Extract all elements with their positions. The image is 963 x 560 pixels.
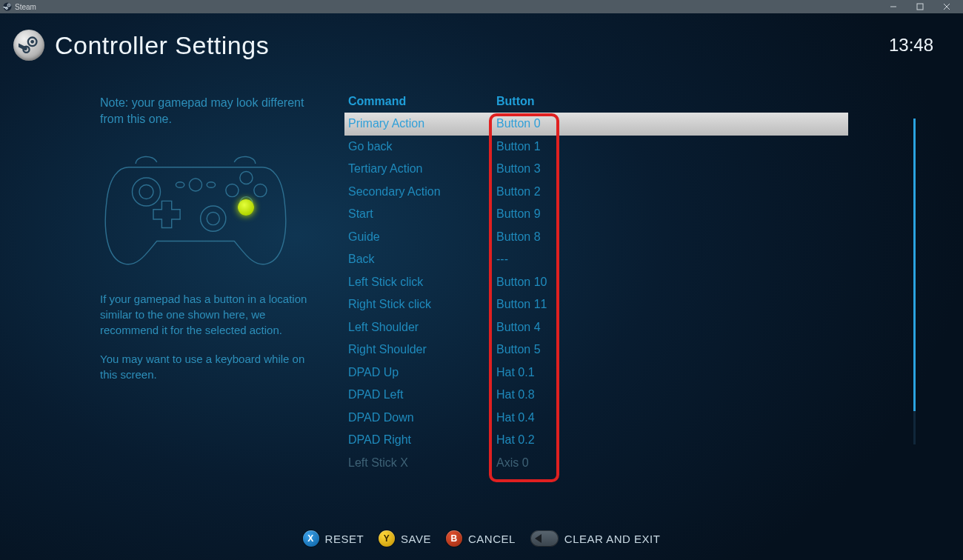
binding-button: ---	[496, 253, 848, 266]
binding-row[interactable]: Tertiary ActionButton 3	[344, 158, 848, 181]
save-label: SAVE	[401, 533, 431, 545]
close-button[interactable]	[933, 0, 960, 13]
binding-row[interactable]: StartButton 9	[344, 203, 848, 226]
svg-point-19	[189, 179, 201, 191]
x-badge-icon: X	[303, 530, 319, 547]
binding-command: DPAD Up	[348, 366, 496, 379]
hint-text-2: You may want to use a keyboard while on …	[100, 351, 322, 382]
binding-button: Button 5	[496, 343, 848, 356]
left-panel: Note: your gamepad may look different fr…	[100, 95, 344, 508]
binding-command: DPAD Down	[348, 411, 496, 424]
binding-button: Hat 0.4	[496, 411, 848, 424]
app-body: Controller Settings 13:48 Note: your gam…	[0, 13, 963, 560]
bindings-list: Primary ActionButton 0Go backButton 1Ter…	[344, 113, 848, 474]
binding-command: Start	[348, 207, 496, 221]
svg-point-14	[207, 213, 219, 225]
minimize-button[interactable]	[880, 0, 907, 13]
binding-row[interactable]: DPAD DownHat 0.4	[344, 407, 848, 430]
binding-command: Guide	[348, 230, 496, 244]
maximize-button[interactable]	[907, 0, 933, 13]
binding-command: DPAD Right	[348, 433, 496, 447]
svg-point-11	[133, 178, 161, 206]
binding-button: Button 9	[496, 207, 848, 221]
svg-point-9	[30, 40, 34, 44]
binding-command: Right Shoulder	[348, 343, 496, 356]
note-text: Note: your gamepad may look different fr…	[100, 95, 322, 127]
back-badge-icon	[530, 530, 559, 547]
binding-button: Button 1	[496, 140, 848, 153]
binding-button: Hat 0.1	[496, 366, 848, 379]
binding-row[interactable]: Right Stick clickButton 11	[344, 293, 848, 316]
svg-point-16	[254, 184, 267, 197]
binding-button: Hat 0.8	[496, 388, 848, 401]
binding-row[interactable]: DPAD RightHat 0.2	[344, 429, 848, 452]
cancel-button[interactable]: B CANCEL	[446, 530, 516, 547]
y-badge-icon: Y	[379, 530, 395, 547]
binding-command: Left Stick X	[348, 456, 496, 470]
cancel-label: CANCEL	[468, 533, 516, 545]
clear-exit-button[interactable]: CLEAR AND EXIT	[530, 530, 661, 547]
steam-logo-icon	[13, 30, 44, 61]
binding-row[interactable]: Primary ActionButton 0	[344, 113, 848, 136]
page-title: Controller Settings	[55, 31, 269, 60]
binding-row[interactable]: GuideButton 8	[344, 226, 848, 249]
binding-row[interactable]: Left ShoulderButton 4	[344, 316, 848, 339]
clear-exit-label: CLEAR AND EXIT	[564, 533, 661, 545]
svg-point-2	[8, 4, 10, 6]
gamepad-diagram	[96, 136, 296, 276]
binding-button: Button 11	[496, 298, 848, 311]
b-badge-icon: B	[446, 530, 462, 547]
binding-button: Button 2	[496, 185, 848, 199]
table-header: Command Button	[344, 95, 911, 113]
binding-command: Right Stick click	[348, 298, 496, 311]
binding-button: Button 3	[496, 162, 848, 176]
binding-command: Left Stick click	[348, 276, 496, 289]
steam-icon	[3, 2, 12, 11]
binding-button: Hat 0.2	[496, 433, 848, 447]
binding-command: Go back	[348, 140, 496, 153]
svg-point-13	[201, 206, 226, 231]
binding-button: Button 10	[496, 276, 848, 289]
reset-label: RESET	[325, 533, 364, 545]
binding-button: Button 4	[496, 321, 848, 334]
svg-rect-5	[917, 4, 923, 10]
binding-command: Back	[348, 253, 496, 266]
clock: 13:48	[889, 35, 933, 56]
binding-command: DPAD Left	[348, 388, 496, 401]
svg-point-0	[4, 3, 12, 11]
binding-button: Button 8	[496, 230, 848, 244]
binding-command: Primary Action	[348, 117, 496, 130]
binding-button: Button 0	[496, 117, 848, 130]
reset-button[interactable]: X RESET	[303, 530, 364, 547]
binding-row[interactable]: Right ShoulderButton 5	[344, 339, 848, 361]
window-titlebar: Steam	[0, 0, 963, 13]
binding-row[interactable]: DPAD LeftHat 0.8	[344, 384, 848, 407]
binding-row[interactable]: Left Stick XAxis 0	[344, 452, 848, 475]
svg-point-17	[226, 184, 239, 197]
header: Controller Settings 13:48	[0, 13, 963, 61]
col-button: Button	[496, 95, 911, 108]
scrollbar[interactable]	[913, 119, 916, 444]
svg-point-21	[207, 182, 215, 188]
bindings-panel: Command Button Primary ActionButton 0Go …	[344, 95, 911, 508]
binding-row[interactable]: Left Stick clickButton 10	[344, 271, 848, 294]
binding-row[interactable]: Go backButton 1	[344, 136, 848, 159]
svg-point-20	[176, 182, 184, 188]
col-command: Command	[348, 95, 496, 108]
binding-command: Secondary Action	[348, 185, 496, 199]
binding-command: Tertiary Action	[348, 162, 496, 176]
binding-command: Left Shoulder	[348, 321, 496, 334]
svg-point-12	[139, 185, 153, 199]
binding-row[interactable]: Secondary ActionButton 2	[344, 181, 848, 204]
binding-row[interactable]: Back---	[344, 248, 848, 271]
window-title: Steam	[15, 3, 36, 11]
binding-row[interactable]: DPAD UpHat 0.1	[344, 361, 848, 384]
scrollbar-thumb[interactable]	[913, 119, 916, 411]
hint-text-1: If your gamepad has a button in a locati…	[100, 291, 322, 338]
binding-button: Axis 0	[496, 456, 848, 470]
footer: X RESET Y SAVE B CANCEL CLEAR AND EXIT	[0, 530, 963, 547]
svg-point-15	[240, 172, 253, 184]
save-button[interactable]: Y SAVE	[379, 530, 431, 547]
